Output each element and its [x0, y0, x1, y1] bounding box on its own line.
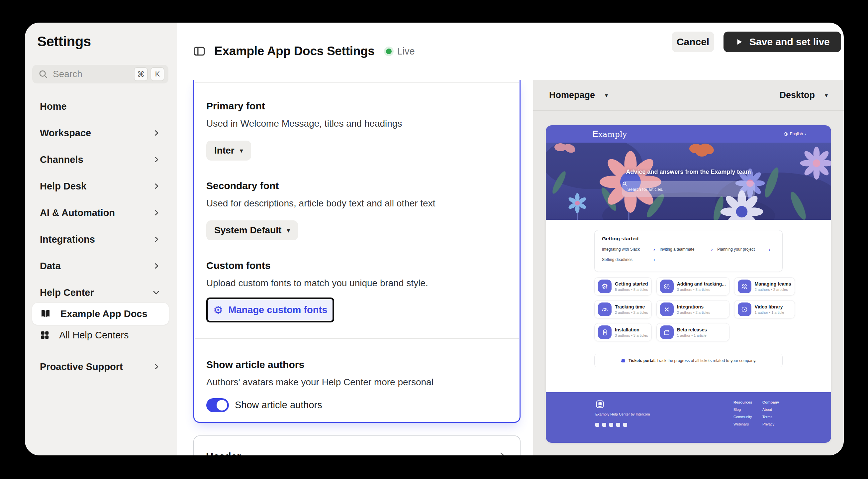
cross-tools-icon	[660, 302, 674, 316]
footer-resources-column: Resources Blog Community Webinars	[734, 400, 752, 429]
site-header: Examply English ▾	[546, 125, 831, 143]
book-icon	[40, 308, 51, 320]
sidebar-item-channels[interactable]: Channels	[32, 146, 170, 173]
show-authors-toggle[interactable]	[206, 398, 229, 412]
footer-link[interactable]: Community	[734, 415, 752, 419]
custom-fonts-title: Custom fonts	[206, 260, 270, 271]
footer-link[interactable]: Blog	[734, 408, 752, 412]
play-icon	[735, 37, 743, 46]
category-grid: ⚙ Getting started5 authors • 8 articles …	[594, 277, 783, 341]
custom-fonts-desc: Upload custom fonts to match you unique …	[206, 278, 428, 289]
hero-search-placeholder: Search for articles...	[627, 187, 666, 192]
search-icon	[622, 181, 627, 186]
site-logo[interactable]: Examply	[592, 129, 627, 139]
collection-link[interactable]: Integrating with Slack›	[602, 247, 660, 251]
live-status-dot	[386, 49, 392, 54]
sidebar-item-workspace[interactable]: Workspace	[32, 120, 170, 146]
chevron-right-icon: ›	[653, 258, 655, 262]
sidebar-item-integrations[interactable]: Integrations	[32, 226, 170, 252]
hero-search-input[interactable]: Search for articles...	[622, 181, 755, 197]
cancel-button[interactable]: Cancel	[672, 32, 714, 52]
tickets-portal-banner[interactable]: Tickets portal. Track the progress of al…	[594, 354, 783, 367]
category-card[interactable]: Tracking time2 authors • 2 articles	[594, 300, 652, 319]
hero-title: Advice and answers from the Examply team	[546, 169, 831, 176]
screen: Settings Search ⌘ K Home Workspace Chann…	[0, 0, 868, 479]
social-icons	[595, 423, 627, 427]
footer-link[interactable]: Webinars	[734, 422, 752, 426]
chevron-right-icon	[153, 156, 160, 163]
category-card[interactable]: Video library1 author • 1 article	[734, 300, 795, 319]
chevron-right-icon	[153, 235, 160, 243]
ticket-icon	[621, 358, 626, 363]
getting-started-title: Getting started	[602, 236, 775, 242]
main-area: Example App Docs Settings Live Primary f…	[177, 23, 533, 455]
chevron-right-icon	[153, 129, 160, 137]
sidebar-item-home[interactable]: Home	[32, 93, 170, 120]
check-circle-icon	[660, 279, 674, 293]
toggle-knob	[217, 400, 227, 411]
page-header: Example App Docs Settings Live	[177, 23, 533, 80]
panel-toggle-icon[interactable]	[193, 44, 206, 58]
header-section-card[interactable]: Header	[193, 436, 521, 455]
site-content: Getting started Integrating with Slack› …	[546, 220, 831, 392]
page-selector[interactable]: Homepage ▾	[549, 90, 608, 100]
category-card[interactable]: Beta releases1 author • 1 article	[656, 323, 730, 341]
sidebar-item-all-help-centers[interactable]: All Help Centers	[32, 324, 169, 346]
collection-link[interactable]: Planning your project›	[717, 247, 775, 251]
sidebar: Settings Search ⌘ K Home Workspace Chann…	[25, 23, 177, 455]
search-input[interactable]: Search ⌘ K	[32, 65, 168, 84]
manage-custom-fonts-button[interactable]: ⚙ Manage custom fonts	[206, 298, 334, 323]
chevron-right-icon	[497, 451, 507, 455]
device-selector[interactable]: Desktop ▾	[779, 90, 828, 100]
footer-link[interactable]: Privacy	[763, 422, 779, 426]
category-card[interactable]: Managing teams2 authors • 2 articles	[734, 277, 795, 296]
footer-brand-text: Examply Help Center by Intercom	[595, 412, 650, 416]
header-actions: Cancel Save and set live	[672, 32, 841, 52]
chevron-right-icon: ›	[711, 247, 713, 251]
category-card[interactable]: Integrations2 authors • 2 articles	[656, 300, 730, 319]
sidebar-item-example-app-docs[interactable]: Example App Docs	[32, 303, 169, 325]
chevron-right-icon	[153, 209, 160, 217]
settings-content: Primary font Used in Welcome Message, ti…	[177, 80, 533, 455]
speedometer-icon	[598, 302, 612, 316]
secondary-font-select[interactable]: System Default ▾	[206, 220, 298, 240]
social-icon[interactable]	[609, 423, 613, 427]
chevron-right-icon	[153, 262, 160, 270]
sidebar-item-help-center[interactable]: Help Center	[32, 279, 170, 306]
collection-link[interactable]: Setting deadlines›	[602, 257, 660, 262]
social-icon[interactable]	[602, 423, 606, 427]
category-card[interactable]: Adding and tracking...3 authors • 3 arti…	[656, 277, 730, 296]
category-card[interactable]: Installation3 authors • 3 articles	[594, 323, 652, 341]
app-window: Settings Search ⌘ K Home Workspace Chann…	[25, 23, 844, 455]
footer-company-column: Company About Terms Privacy	[763, 400, 779, 429]
show-authors-desc: Authors' avatars make your Help Center m…	[206, 377, 434, 388]
preview-panel: Homepage ▾ Desktop ▾ Examply English ▾	[533, 80, 844, 455]
sidebar-item-proactive-support[interactable]: Proactive Support	[32, 353, 170, 380]
footer-link[interactable]: About	[763, 408, 779, 412]
caret-down-icon: ▾	[605, 92, 608, 99]
sidebar-item-help-desk[interactable]: Help Desk	[32, 173, 170, 200]
sidebar-item-ai-automation[interactable]: AI & Automation	[32, 200, 170, 226]
language-selector[interactable]: English ▾	[784, 132, 806, 136]
primary-font-select[interactable]: Inter ▾	[206, 141, 251, 160]
sidebar-item-data[interactable]: Data	[32, 252, 170, 279]
primary-font-title: Primary font	[206, 100, 265, 112]
chevron-right-icon: ›	[769, 247, 770, 251]
preview-toolbar: Homepage ▾ Desktop ▾	[533, 80, 844, 111]
category-card[interactable]: ⚙ Getting started5 authors • 8 articles	[594, 277, 652, 296]
page-title: Example App Docs Settings	[214, 44, 375, 58]
social-icon[interactable]	[595, 423, 599, 427]
section-divider	[195, 338, 519, 339]
caret-down-icon: ▾	[240, 147, 243, 155]
social-icon[interactable]	[623, 423, 627, 427]
team-icon	[738, 279, 751, 293]
gear-icon: ⚙	[598, 279, 612, 293]
hero-banner: Advice and answers from the Examply team…	[546, 143, 831, 220]
style-settings-card: Primary font Used in Welcome Message, ti…	[193, 80, 521, 423]
primary-font-desc: Used in Welcome Message, titles and head…	[206, 118, 402, 129]
footer-link[interactable]: Terms	[763, 415, 779, 419]
social-icon[interactable]	[616, 423, 620, 427]
section-divider	[195, 83, 519, 83]
collection-link[interactable]: Inviting a teammate›	[660, 247, 717, 251]
save-and-set-live-button[interactable]: Save and set live	[723, 32, 841, 52]
